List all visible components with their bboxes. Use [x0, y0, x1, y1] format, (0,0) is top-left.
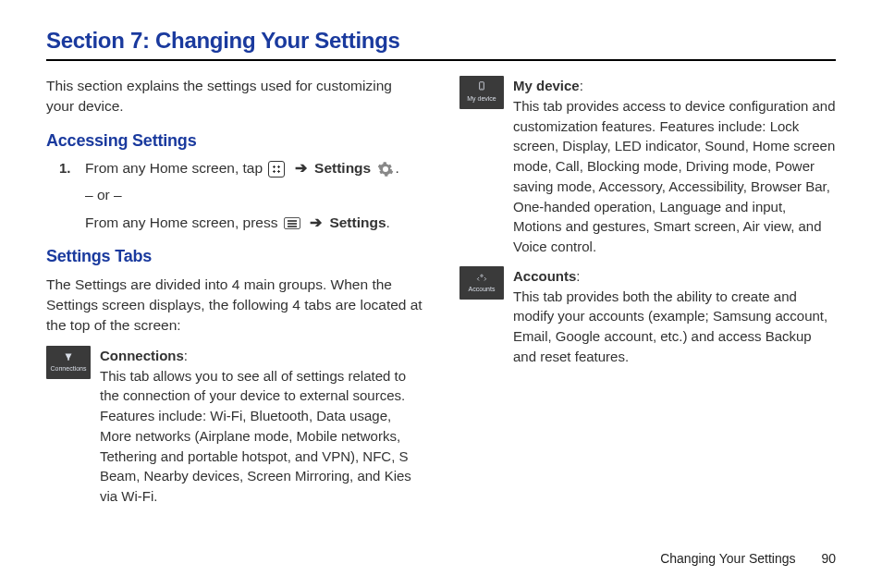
settings-label: Settings	[329, 214, 386, 230]
step-number: 1.	[59, 158, 76, 178]
accounts-icon: Accounts	[459, 266, 504, 300]
left-column: This section explains the settings used …	[46, 76, 423, 507]
step-alt-end: .	[386, 214, 390, 230]
gear-icon	[377, 161, 394, 178]
svg-point-0	[67, 359, 69, 361]
connections-icon-label: Connections	[51, 364, 87, 374]
mydevice-desc: This tab provides access to device confi…	[513, 98, 836, 254]
apps-icon	[268, 161, 285, 178]
step-text-a: From any Home screen, tap	[85, 160, 266, 176]
accounts-colon: :	[576, 268, 580, 284]
settings-tabs-heading: Settings Tabs	[46, 244, 423, 268]
step-alt-body: From any Home screen, press ➔ Settings.	[85, 213, 423, 233]
mydevice-colon: :	[580, 78, 583, 93]
connections-desc: This tab allows you to see all of settin…	[100, 368, 411, 505]
content-columns: This section explains the settings used …	[46, 76, 836, 507]
tabs-intro: The Settings are divided into 4 main gro…	[46, 275, 423, 337]
accounts-desc: This tab provides both the ability to cr…	[513, 288, 827, 364]
page-footer: Changing Your Settings 90	[660, 551, 836, 566]
settings-label: Settings	[314, 160, 371, 176]
mydevice-icon: My device	[459, 76, 504, 109]
step-1: 1. From any Home screen, tap ➔ Settings …	[59, 158, 423, 178]
menu-icon	[284, 217, 300, 229]
accounts-name: Accounts	[513, 268, 576, 284]
or-text: – or –	[85, 185, 423, 205]
step-body: From any Home screen, tap ➔ Settings .	[85, 158, 423, 178]
intro-text: This section explains the settings used …	[46, 76, 423, 117]
connections-colon: :	[184, 348, 188, 363]
tab-mydevice: My device My device: This tab provides a…	[459, 76, 836, 257]
tab-connections: Connections Connections: This tab allows…	[46, 346, 423, 507]
tab-accounts: Accounts Accounts: This tab provides bot…	[459, 266, 836, 367]
step-text-end: .	[396, 160, 399, 176]
svg-point-3	[481, 275, 483, 276]
step-alt-text-a: From any Home screen, press	[85, 214, 282, 230]
section-title: Section 7: Changing Your Settings	[46, 28, 836, 61]
svg-point-2	[482, 89, 483, 90]
arrow-icon: ➔	[295, 160, 307, 176]
mydevice-icon-label: My device	[467, 94, 496, 104]
accessing-settings-heading: Accessing Settings	[46, 129, 423, 153]
connections-name: Connections	[100, 348, 184, 363]
mydevice-name: My device	[513, 78, 580, 93]
step-alt: From any Home screen, press ➔ Settings.	[85, 213, 423, 233]
footer-label: Changing Your Settings	[660, 551, 795, 566]
accounts-text: Accounts: This tab provides both the abi…	[513, 266, 836, 367]
mydevice-text: My device: This tab provides access to d…	[513, 76, 836, 257]
arrow-icon: ➔	[310, 214, 322, 230]
accounts-icon-label: Accounts	[469, 285, 496, 294]
connections-text: Connections: This tab allows you to see …	[100, 346, 423, 507]
right-column: My device My device: This tab provides a…	[459, 76, 836, 507]
page-number: 90	[821, 551, 836, 566]
connections-icon: Connections	[46, 346, 91, 379]
